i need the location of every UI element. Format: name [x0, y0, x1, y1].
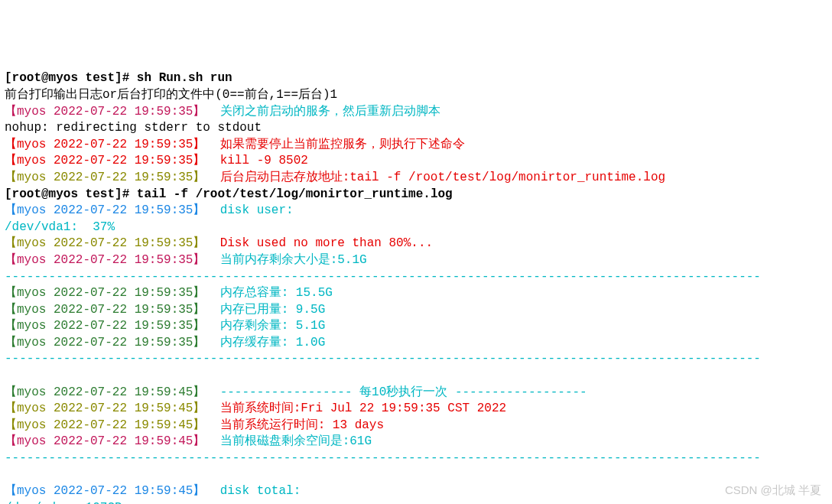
terminal-span: 【myos 2022-07-22 19:59:35】 — [5, 286, 213, 300]
terminal-span: ----------------------------------------… — [5, 270, 761, 284]
terminal-span: 当前系统时间:Fri Jul 22 19:59:35 CST 2022 — [213, 402, 506, 415]
terminal-span: 内存总容量: 15.5G — [213, 286, 333, 300]
terminal-span: 【myos 2022-07-22 19:59:45】 — [5, 418, 213, 432]
terminal-line: 【myos 2022-07-22 19:59:45】 -------------… — [5, 385, 827, 402]
terminal-line: 【myos 2022-07-22 19:59:35】 当前内存剩余大小是:5.1… — [5, 252, 827, 269]
terminal-line: 【myos 2022-07-22 19:59:45】 当前系统运行时间: 13 … — [5, 418, 827, 434]
terminal-span: [root@myos test]# sh Run.sh run — [5, 71, 232, 85]
terminal-span: disk user: — [213, 203, 294, 217]
terminal-line: nohup: redirecting stderr to stdout — [5, 120, 827, 137]
terminal-span: 【myos 2022-07-22 19:59:35】 — [5, 105, 213, 119]
terminal-span — [5, 468, 12, 482]
terminal-span: 【myos 2022-07-22 19:59:35】 — [5, 253, 213, 267]
terminal-span: [root@myos test]# tail -f /root/test/log… — [5, 187, 453, 201]
terminal-line: [root@myos test]# tail -f /root/test/log… — [5, 187, 827, 203]
terminal-span: 内存已用量: 9.5G — [213, 303, 325, 317]
terminal-line: /dev/vda: 107GB — [5, 500, 827, 504]
terminal-line: 【myos 2022-07-22 19:59:35】 内存总容量: 15.5G — [5, 285, 827, 302]
terminal-line: 【myos 2022-07-22 19:59:35】 内存缓存量: 1.0G — [5, 335, 827, 352]
terminal-line: 【myos 2022-07-22 19:59:35】 Disk used no … — [5, 236, 827, 252]
terminal-span: 【myos 2022-07-22 19:59:35】 — [5, 303, 213, 317]
terminal-span: ------------------ 每10秒执行一次 ------------… — [213, 385, 587, 399]
terminal-span: kill -9 8502 — [213, 154, 308, 167]
terminal-span: 【myos 2022-07-22 19:59:35】 — [5, 154, 213, 167]
terminal-span: 当前系统运行时间: 13 days — [213, 418, 384, 432]
terminal-span: 后台启动日志存放地址:tail -f /root/test/log/monirt… — [213, 171, 665, 184]
terminal-line: 【myos 2022-07-22 19:59:35】 内存已用量: 9.5G — [5, 302, 827, 319]
terminal-line: ----------------------------------------… — [5, 351, 827, 368]
terminal-span: nohup: redirecting stderr to stdout — [5, 121, 262, 135]
terminal-line: 【myos 2022-07-22 19:59:35】 kill -9 8502 — [5, 153, 827, 170]
terminal-span: 【myos 2022-07-22 19:59:35】 — [5, 336, 213, 350]
terminal-span: 前台打印输出日志or后台打印的文件中(0==前台,1==后台)1 — [5, 88, 337, 102]
terminal-line: 【myos 2022-07-22 19:59:35】 关闭之前启动的服务，然后重… — [5, 104, 827, 121]
terminal-span: 【myos 2022-07-22 19:59:35】 — [5, 236, 213, 250]
terminal-line: ----------------------------------------… — [5, 450, 827, 467]
terminal-span: /dev/vda1: 37% — [5, 220, 115, 234]
terminal-span: 【myos 2022-07-22 19:59:45】 — [5, 385, 213, 399]
terminal-span: ----------------------------------------… — [5, 352, 761, 366]
terminal-span: /dev/vda: 107GB — [5, 501, 122, 504]
terminal-line: 【myos 2022-07-22 19:59:35】 disk user: — [5, 203, 827, 219]
terminal-line: 前台打印输出日志or后台打印的文件中(0==前台,1==后台)1 — [5, 87, 827, 104]
terminal-line: 【myos 2022-07-22 19:59:45】 当前根磁盘剩余空间是:61… — [5, 434, 827, 450]
terminal-span: 【myos 2022-07-22 19:59:35】 — [5, 138, 213, 151]
terminal-span: 【myos 2022-07-22 19:59:45】 — [5, 484, 213, 498]
terminal-span: 内存剩余量: 5.1G — [213, 319, 325, 333]
terminal-line: ----------------------------------------… — [5, 269, 827, 286]
terminal-span: 当前根磁盘剩余空间是:61G — [213, 434, 372, 448]
terminal-span: 当前内存剩余大小是:5.1G — [213, 253, 367, 267]
terminal-output: [root@myos test]# sh Run.sh run前台打印输出日志o… — [5, 70, 827, 504]
terminal-span: 【myos 2022-07-22 19:59:35】 — [5, 319, 213, 333]
terminal-span: 关闭之前启动的服务，然后重新启动脚本 — [213, 105, 440, 119]
terminal-span: 如果需要停止当前监控服务，则执行下述命令 — [213, 138, 465, 151]
terminal-span: 内存缓存量: 1.0G — [213, 336, 325, 350]
terminal-span: 【myos 2022-07-22 19:59:45】 — [5, 434, 213, 448]
terminal-line: 【myos 2022-07-22 19:59:35】 内存剩余量: 5.1G — [5, 318, 827, 335]
terminal-span: ----------------------------------------… — [5, 451, 761, 465]
terminal-line: /dev/vda1: 37% — [5, 219, 827, 236]
terminal-line — [5, 368, 827, 385]
terminal-span: disk total: — [213, 484, 301, 498]
terminal-line: [root@myos test]# sh Run.sh run — [5, 70, 827, 87]
terminal-line: 【myos 2022-07-22 19:59:45】 当前系统时间:Fri Ju… — [5, 401, 827, 418]
terminal-span: 【myos 2022-07-22 19:59:35】 — [5, 171, 213, 184]
watermark-text: CSDN @北城 半夏 — [725, 483, 821, 498]
terminal-span — [5, 369, 12, 382]
terminal-span: 【myos 2022-07-22 19:59:45】 — [5, 402, 213, 415]
terminal-line: 【myos 2022-07-22 19:59:35】 如果需要停止当前监控服务，… — [5, 137, 827, 154]
terminal-span: Disk used no more than 80%... — [213, 236, 433, 250]
terminal-line: 【myos 2022-07-22 19:59:35】 后台启动日志存放地址:ta… — [5, 170, 827, 187]
terminal-line: 【myos 2022-07-22 19:59:45】 disk total: — [5, 483, 827, 500]
terminal-span: 【myos 2022-07-22 19:59:35】 — [5, 203, 213, 217]
terminal-line — [5, 467, 827, 484]
